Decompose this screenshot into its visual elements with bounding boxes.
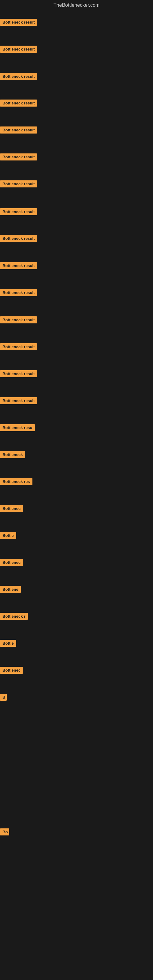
bottleneck-item: Bottleneck resu (0, 424, 35, 433)
bottleneck-badge: Bottleneck result (0, 46, 37, 52)
bottleneck-badge: Bottlenec (0, 559, 23, 566)
bottleneck-item: Bottleneck result (0, 153, 37, 162)
bottleneck-item: Bottleneck result (0, 262, 37, 270)
bottleneck-item: Bottleneck result (0, 397, 37, 406)
site-title: TheBottlenecker.com (0, 0, 153, 10)
bottleneck-badge: Bottle (0, 640, 16, 647)
bottleneck-item: Bottlenec (0, 559, 23, 567)
bottleneck-item: Bottlenec (0, 667, 23, 675)
bottleneck-item: Bottleneck result (0, 235, 37, 243)
bottleneck-badge: Bottleneck result (0, 289, 37, 296)
bottleneck-badge: Bottleneck result (0, 397, 37, 404)
bottleneck-badge: Bottleneck (0, 451, 25, 458)
bottleneck-badge: Bottleneck result (0, 180, 37, 188)
bottleneck-item: Bottlenec (0, 505, 23, 513)
bottleneck-badge: Bottle (0, 532, 16, 539)
bottleneck-badge: Bottlene (0, 586, 21, 593)
bottleneck-item: Bottleneck result (0, 19, 37, 27)
bottleneck-badge: Bottlenec (0, 667, 23, 674)
bottleneck-badge: Bottleneck result (0, 343, 37, 350)
bottleneck-badge: Bottleneck res (0, 478, 32, 485)
bottleneck-badge: Bottleneck resu (0, 424, 35, 431)
bottleneck-item: Bottleneck (0, 451, 25, 460)
bottleneck-badge: Bottleneck result (0, 126, 37, 134)
bottleneck-badge: Bottleneck r (0, 613, 28, 620)
bottleneck-badge: Bottleneck result (0, 317, 37, 323)
bottleneck-badge: Bottleneck result (0, 262, 37, 269)
bottleneck-item: Bottle (0, 532, 16, 540)
bottleneck-item: Bottleneck result (0, 126, 37, 135)
bottleneck-badge: B (0, 694, 7, 701)
bottleneck-badge: Bottleneck result (0, 235, 37, 242)
bottleneck-item: Bottleneck result (0, 46, 37, 54)
bottleneck-item: Bottleneck res (0, 478, 32, 486)
bottleneck-item: Bottleneck result (0, 180, 37, 189)
bottleneck-item: Bottleneck result (0, 370, 37, 379)
bottleneck-item: Bottle (0, 640, 16, 648)
bottleneck-badge: Bo (0, 829, 9, 835)
bottleneck-item: Bottleneck result (0, 343, 37, 352)
bottleneck-item: Bottleneck result (0, 73, 37, 81)
bottleneck-badge: Bottleneck result (0, 100, 37, 107)
bottleneck-item: Bottleneck r (0, 613, 28, 621)
bottleneck-badge: Bottleneck result (0, 370, 37, 377)
bottleneck-badge: Bottlenec (0, 505, 23, 512)
bottleneck-item: Bottleneck result (0, 208, 37, 216)
bottleneck-item: Bottleneck result (0, 289, 37, 298)
bottleneck-item: Bottleneck result (0, 100, 37, 108)
bottleneck-item: Bottleneck result (0, 317, 37, 325)
bottleneck-badge: Bottleneck result (0, 19, 37, 26)
bottleneck-badge: Bottleneck result (0, 73, 37, 80)
bottleneck-item: Bo (0, 829, 9, 837)
bottleneck-badge: Bottleneck result (0, 153, 37, 161)
bottleneck-item: Bottlene (0, 586, 21, 594)
bottleneck-badge: Bottleneck result (0, 208, 37, 215)
bottleneck-item: B (0, 694, 7, 702)
